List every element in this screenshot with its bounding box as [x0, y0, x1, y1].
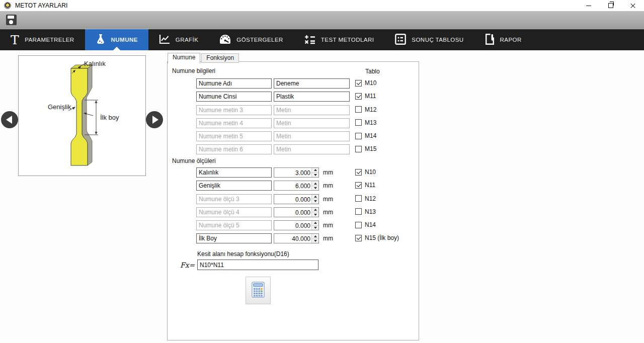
table-checkbox[interactable] [355, 195, 362, 202]
dim-value-input[interactable] [274, 168, 311, 178]
info-value-input[interactable] [274, 78, 350, 89]
spin-up-button[interactable] [312, 221, 318, 225]
spin-up-button[interactable] [312, 208, 318, 212]
dim-value-input[interactable] [274, 234, 311, 243]
minimize-icon [586, 6, 591, 6]
app-icon [4, 2, 11, 9]
spin-up-button[interactable] [312, 234, 318, 238]
fx-input[interactable] [197, 260, 318, 270]
dim-value-input[interactable] [274, 181, 311, 191]
dim-value-spinbox[interactable] [274, 220, 319, 230]
calculator-icon [252, 282, 265, 300]
tab-rapor[interactable]: RAPOR [474, 29, 532, 50]
table-checkbox[interactable] [355, 93, 362, 100]
tab-gostergeler[interactable]: GÖSTERGELER [209, 29, 294, 50]
plus-minus-list-icon [304, 35, 315, 45]
info-label-input[interactable] [196, 92, 272, 102]
dim-value-spinbox[interactable] [274, 181, 319, 191]
calculator-button[interactable] [246, 277, 271, 304]
table-checkbox[interactable] [355, 106, 362, 113]
dim-value-spinbox[interactable] [274, 207, 319, 217]
arrow-right-icon [152, 116, 158, 124]
tab-parametreler[interactable]: T PARAMETRELER [0, 29, 85, 50]
table-checkbox[interactable] [355, 169, 362, 176]
area-function-label: Kesit alanı hesap fonksiyonu(D16) [197, 250, 289, 258]
table-checkbox-label: M14 [365, 132, 376, 139]
unit-label: mm [323, 182, 333, 189]
restore-button[interactable] [600, 0, 622, 11]
info-label-input[interactable] [196, 78, 272, 89]
info-row: M15 [196, 144, 419, 154]
tab-label: TEST METODLARI [321, 37, 374, 43]
dimension-row: mm N10 [196, 167, 419, 178]
dim-label-input[interactable] [196, 233, 272, 243]
save-button[interactable] [5, 13, 18, 26]
minimize-button[interactable] [578, 0, 600, 11]
spin-down-button[interactable] [312, 186, 318, 191]
dimension-row: mm N15 (İlk boy) [196, 233, 419, 243]
spin-up-button[interactable] [312, 195, 318, 199]
table-checkbox[interactable] [355, 208, 362, 215]
toolbar [0, 11, 644, 29]
info-row: M11 [196, 92, 419, 102]
spin-down-button[interactable] [312, 173, 318, 178]
tab-label: SONUÇ TABLOSU [412, 37, 463, 43]
close-button[interactable] [622, 0, 644, 11]
dimension-row: mm N12 [196, 194, 419, 204]
subtab-fonksiyon[interactable]: Fonksiyon [201, 53, 239, 63]
table-checkbox[interactable] [355, 146, 362, 152]
info-value-input [274, 131, 350, 141]
tab-sonuc-tablosu[interactable]: SONUÇ TABLOSU [384, 29, 474, 50]
table-checkbox-label: N11 [365, 182, 375, 189]
gauge-icon [219, 34, 231, 46]
table-checkbox[interactable] [355, 80, 362, 87]
info-label-input [196, 131, 272, 141]
dim-label-input[interactable] [196, 167, 272, 178]
line-chart-icon [159, 34, 170, 45]
dim-value-spinbox[interactable] [274, 167, 319, 178]
table-checkbox[interactable] [355, 119, 362, 126]
dimension-row: mm N11 [196, 181, 419, 191]
tab-grafik[interactable]: GRAFİK [148, 29, 209, 50]
info-label-input [196, 105, 272, 115]
spin-down-button[interactable] [312, 225, 318, 230]
dim-value-spinbox[interactable] [274, 194, 319, 204]
info-row: M13 [196, 118, 419, 128]
spin-up-button[interactable] [312, 168, 318, 173]
spin-down-button[interactable] [312, 212, 318, 217]
table-checkbox[interactable] [355, 235, 362, 241]
unit-label: mm [323, 169, 333, 176]
window-controls [578, 0, 644, 11]
document-pencil-icon [485, 34, 495, 46]
table-checkbox[interactable] [355, 133, 362, 139]
table-checkbox[interactable] [355, 222, 362, 228]
table-checkbox-label: M12 [365, 106, 376, 113]
tab-label: RAPOR [500, 37, 522, 43]
spinner [311, 168, 318, 177]
spin-down-button[interactable] [312, 238, 318, 243]
info-row: M14 [196, 131, 419, 141]
arrow-left-icon [6, 116, 12, 124]
dim-value-input[interactable] [274, 195, 311, 204]
dimension-rows: mm N10 mm N11 mm N12 mm N13 mm N14 [196, 167, 419, 247]
dim-label-input [196, 194, 272, 204]
spin-up-button[interactable] [312, 181, 318, 186]
dim-label-input [196, 207, 272, 217]
dim-value-spinbox[interactable] [274, 233, 319, 243]
next-specimen-button[interactable] [146, 111, 163, 128]
dim-value-input[interactable] [274, 208, 311, 217]
dim-label-input [196, 220, 272, 230]
serif-T-icon: T [11, 34, 19, 46]
tab-test-metodlari[interactable]: TEST METODLARI [294, 29, 385, 50]
table-checkbox[interactable] [355, 182, 362, 189]
info-value-input[interactable] [274, 92, 350, 102]
dim-value-input[interactable] [274, 221, 311, 230]
spinner [311, 221, 318, 230]
table-checkbox-label: N10 [365, 168, 376, 176]
prev-specimen-button[interactable] [1, 111, 18, 128]
spin-down-button[interactable] [312, 199, 318, 204]
subtab-numune[interactable]: Numune [168, 53, 200, 63]
dim-label-input[interactable] [196, 181, 272, 191]
table-checkbox-label: N13 [365, 208, 376, 215]
tab-numune[interactable]: NUMUNE [85, 29, 148, 50]
